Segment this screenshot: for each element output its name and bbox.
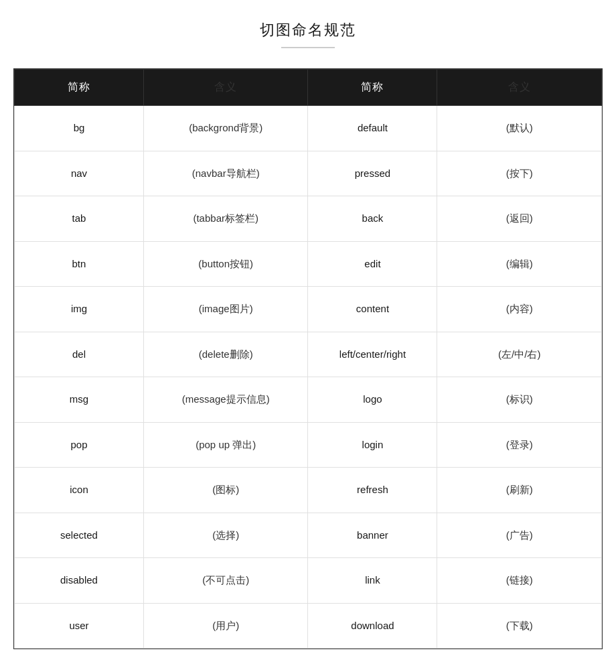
naming-table: 简称 含义 简称 含义 bg(backgrond背景)default(默认)na… [14,69,602,649]
table-row: nav(navbar导航栏)pressed(按下) [15,151,602,196]
cell-abbr1: icon [15,468,144,513]
cell-meaning1: (tabbar标签栏) [143,196,308,242]
cell-meaning1: (delete删除) [143,332,308,377]
cell-abbr1: disabled [15,558,144,604]
cell-abbr2: logo [308,377,437,423]
cell-meaning2: (编辑) [437,241,602,287]
cell-meaning2: (默认) [437,106,602,151]
cell-abbr1: bg [15,106,144,151]
table-row: pop(pop up 弹出)login(登录) [15,422,602,468]
table-row: icon(图标)refresh(刷新) [15,468,602,513]
cell-abbr2: back [308,196,437,242]
header-abbr2: 简称 [308,70,437,106]
cell-abbr1: nav [15,151,144,196]
cell-meaning1: (button按钮) [143,241,308,287]
table-row: msg(message提示信息)logo(标识) [15,377,602,423]
cell-abbr2: refresh [308,468,437,513]
cell-meaning2: (广告) [437,513,602,558]
cell-abbr1: user [15,603,144,649]
cell-abbr2: pressed [308,151,437,196]
cell-meaning1: (navbar导航栏) [143,151,308,196]
table-wrapper: 简称 含义 简称 含义 bg(backgrond背景)default(默认)na… [13,68,603,649]
table-row: del(delete删除)left/center/right(左/中/右) [15,332,602,377]
cell-abbr1: del [15,332,144,377]
header-abbr1: 简称 [15,70,144,106]
page-title: 切图命名规范 [13,20,603,40]
cell-abbr2: left/center/right [308,332,437,377]
cell-abbr1: img [15,287,144,332]
cell-meaning1: (pop up 弹出) [143,422,308,468]
cell-abbr2: login [308,422,437,468]
table-row: selected(选择)banner(广告) [15,513,602,558]
header-meaning1: 含义 [143,70,308,106]
table-row: img(image图片)content(内容) [15,287,602,332]
cell-abbr1: pop [15,422,144,468]
cell-abbr1: msg [15,377,144,423]
cell-abbr1: tab [15,196,144,242]
cell-abbr1: selected [15,513,144,558]
cell-meaning2: (内容) [437,287,602,332]
cell-meaning1: (不可点击) [143,558,308,604]
cell-abbr2: content [308,287,437,332]
table-row: btn(button按钮)edit(编辑) [15,241,602,287]
page-container: 切图命名规范 简称 含义 简称 含义 bg(backgrond背景)defaul… [13,20,603,649]
cell-meaning2: (左/中/右) [437,332,602,377]
cell-meaning1: (image图片) [143,287,308,332]
cell-meaning1: (选择) [143,513,308,558]
table-row: user(用户)download(下载) [15,603,602,649]
table-body: bg(backgrond背景)default(默认)nav(navbar导航栏)… [15,106,602,649]
cell-meaning1: (message提示信息) [143,377,308,423]
table-header-row: 简称 含义 简称 含义 [15,70,602,106]
cell-abbr2: download [308,603,437,649]
table-row: tab(tabbar标签栏)back(返回) [15,196,602,242]
cell-meaning1: (用户) [143,603,308,649]
cell-meaning1: (图标) [143,468,308,513]
header-meaning2: 含义 [437,70,602,106]
cell-meaning2: (按下) [437,151,602,196]
cell-meaning2: (登录) [437,422,602,468]
cell-abbr2: banner [308,513,437,558]
cell-meaning2: (返回) [437,196,602,242]
table-row: disabled(不可点击)link(链接) [15,558,602,604]
cell-abbr2: link [308,558,437,604]
title-divider [281,47,335,48]
cell-meaning1: (backgrond背景) [143,106,308,151]
cell-meaning2: (刷新) [437,468,602,513]
cell-meaning2: (标识) [437,377,602,423]
cell-meaning2: (链接) [437,558,602,604]
cell-meaning2: (下载) [437,603,602,649]
cell-abbr2: edit [308,241,437,287]
table-row: bg(backgrond背景)default(默认) [15,106,602,151]
cell-abbr1: btn [15,241,144,287]
cell-abbr2: default [308,106,437,151]
